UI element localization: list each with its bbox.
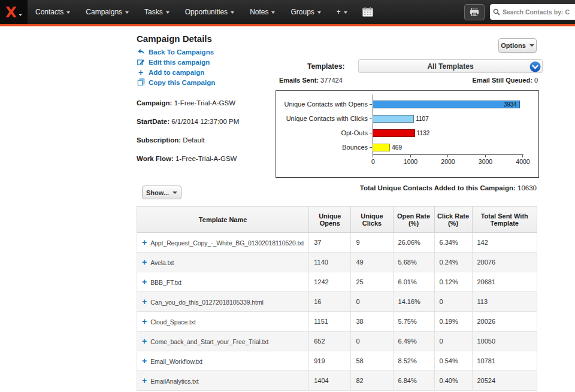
template-name-link[interactable]: Cloud_Space.txt: [150, 318, 196, 326]
add-to-campaign-link[interactable]: + Add to campaign: [137, 67, 215, 77]
total-contacts-value: 10630: [518, 184, 537, 192]
show-button-label: Show...: [146, 189, 169, 196]
template-table-row: +BBB_FT.txt1242256.01%0.12%20681: [137, 272, 537, 292]
table-cell: 6.34%: [434, 233, 472, 253]
template-table-row: +Cloud_Space.txt1151385.75%0.19%20026: [137, 312, 537, 332]
table-cell: 0.40%: [434, 371, 472, 391]
brand-logo[interactable]: X: [0, 0, 28, 24]
template-name-link[interactable]: Come_back_and_Start_your_Free_Trial.txt: [150, 338, 268, 345]
printer-icon: [470, 8, 479, 16]
table-cell: 14.16%: [393, 292, 434, 312]
templates-dropdown[interactable]: All Templates: [358, 59, 543, 73]
chevron-down-icon: [166, 11, 170, 14]
template-table-row: +Can_you_do_this_01272018105339.html1601…: [137, 292, 537, 312]
main-content: Campaign Details Back To Campaigns Edit …: [0, 26, 575, 392]
template-name-cell: +EmailAnalytics.txt: [137, 371, 309, 391]
table-cell: 1140: [309, 253, 351, 272]
expand-template-icon[interactable]: +: [142, 356, 147, 366]
chevron-down-icon: [271, 11, 275, 14]
table-cell: 20681: [472, 272, 537, 292]
table-cell: 0.19%: [434, 312, 472, 332]
nav-item-label: Groups: [290, 8, 314, 16]
info-value: 6/1/2014 12:37:00 PM: [171, 118, 239, 125]
table-header-cell: Open Rate (%): [393, 206, 434, 233]
template-name-link[interactable]: EmailAnalytics.txt: [150, 378, 198, 385]
nav-menu: ContactsCampaignsTasksOpportunitiesNotes…: [28, 0, 355, 24]
nav-item-label: Contacts: [35, 8, 63, 16]
chart-bar: 1107: [373, 115, 414, 123]
calendar-button[interactable]: [355, 0, 380, 24]
table-header-cell: Unique Opens: [309, 206, 351, 233]
chart-x-tick-labels: 01000200030004000: [373, 158, 523, 166]
template-name-link[interactable]: Avela.txt: [150, 259, 174, 266]
link-label: Back To Campaigns: [149, 48, 214, 56]
table-cell: 20026: [472, 312, 537, 332]
table-cell: 16: [309, 292, 351, 312]
templates-label: Templates:: [307, 62, 344, 71]
nav-item-campaigns[interactable]: Campaigns: [78, 0, 137, 24]
nav-item-tasks[interactable]: Tasks: [137, 0, 177, 24]
show-button[interactable]: Show...: [142, 186, 181, 199]
chart-track: 469: [373, 144, 522, 151]
table-header-cell: Click Rate (%): [434, 206, 472, 233]
table-cell: 20076: [472, 253, 537, 272]
print-button[interactable]: [464, 4, 485, 20]
axis-tick: [485, 155, 486, 157]
campaign-action-links: Back To Campaigns Edit this campaign + A…: [137, 47, 215, 87]
nav-item-groups[interactable]: Groups: [283, 0, 328, 24]
chart-track: 1107: [373, 115, 522, 123]
expand-template-icon[interactable]: +: [142, 257, 147, 267]
nav-item-opportunities[interactable]: Opportunities: [177, 0, 242, 24]
expand-template-icon[interactable]: +: [142, 238, 147, 247]
table-cell: 6.01%: [393, 272, 434, 292]
back-to-campaigns-link[interactable]: Back To Campaigns: [137, 47, 215, 57]
axis-tick: [447, 155, 448, 157]
chevron-down-icon: [172, 192, 177, 194]
expand-template-icon[interactable]: +: [142, 297, 147, 306]
template-name-link[interactable]: Email_Workflow.txt: [150, 358, 202, 365]
nav-item-contacts[interactable]: Contacts: [28, 0, 78, 24]
email-queued-stat: Email Still Queued: 0: [473, 77, 538, 84]
options-button[interactable]: Options: [498, 38, 537, 53]
table-cell: 9: [351, 233, 393, 253]
expand-template-icon[interactable]: +: [142, 336, 147, 346]
edit-campaign-link[interactable]: Edit this campaign: [137, 57, 215, 67]
axis-tick: [370, 118, 372, 119]
template-name-link[interactable]: Appt_Request_Copy_-_White_BG_01302018110…: [150, 239, 304, 247]
chart-xtick-label: 3000: [479, 158, 492, 165]
nav-item-add[interactable]: +: [329, 0, 355, 24]
chevron-down-icon: [66, 11, 70, 14]
chart-category-label: Opt-Outs: [276, 129, 370, 136]
back-arrow-icon: [137, 48, 145, 56]
chart-xtick-label: 4000: [516, 158, 529, 165]
info-label: Subscription:: [137, 136, 181, 144]
chart-row: Unique Contacts with Clicks1107: [276, 111, 538, 126]
chevron-down-icon: [344, 11, 347, 14]
chart-track: 3934: [373, 101, 522, 108]
templates-selected-value: All Templates: [359, 62, 542, 71]
table-cell: 6.49%: [393, 332, 434, 351]
search-box: [490, 4, 575, 20]
chevron-down-icon: [317, 11, 321, 14]
expand-template-icon[interactable]: +: [142, 277, 147, 287]
template-name-link[interactable]: BBB_FT.txt: [150, 279, 181, 286]
template-table-row: +Email_Workflow.txt919588.52%0.54%10781: [137, 351, 537, 371]
info-label: Campaign:: [137, 99, 172, 107]
chevron-down-icon: [529, 44, 534, 47]
table-cell: 142: [472, 233, 537, 253]
chevron-down-icon: [19, 14, 22, 16]
search-input[interactable]: [503, 8, 570, 16]
expand-template-icon[interactable]: +: [142, 376, 147, 385]
template-name-link[interactable]: Can_you_do_this_01272018105339.html: [150, 299, 264, 306]
chevron-down-icon: [231, 11, 234, 14]
copy-campaign-link[interactable]: Copy this Campaign: [137, 77, 215, 87]
dropdown-chevron-icon[interactable]: [529, 61, 541, 72]
table-cell: 1404: [309, 371, 351, 391]
search-icon: [493, 8, 500, 16]
table-cell: 113: [472, 292, 537, 312]
email-queued-value: 0: [534, 77, 538, 84]
chart-category-label: Unique Contacts with Clicks: [276, 115, 370, 122]
link-label: Copy this Campaign: [149, 79, 215, 86]
expand-template-icon[interactable]: +: [142, 317, 147, 326]
nav-item-notes[interactable]: Notes: [242, 0, 283, 24]
